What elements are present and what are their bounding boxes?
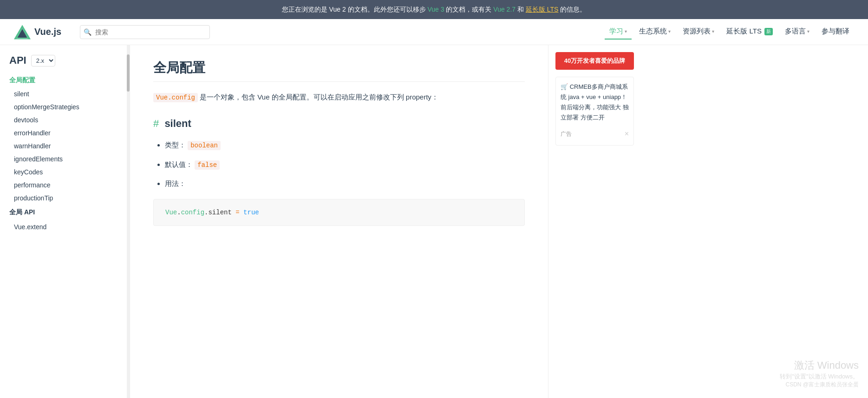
prop-default: 默认值： false [165,159,525,171]
chevron-down-icon: ▾ [625,29,627,34]
logo[interactable]: Vue.js [14,24,61,40]
ad-icon: 🛒 [561,83,568,90]
sidebar-item-production-tip[interactable]: productionTip [0,192,130,205]
right-sidebar: 40万开发者喜爱的品牌 🛒 CRMEB多商户商城系统 java + vue + … [548,45,641,398]
nav-item-language[interactable]: 多语言 ▾ [780,24,814,40]
banner-lts-link[interactable]: 延长版 LTS [526,6,559,13]
header: Vue.js 🔍 学习 ▾ 生态系统 ▾ 资源列表 ▾ 延长版 LTS 新 多语… [0,19,868,45]
sidebar-item-error-handler[interactable]: errorHandler [0,126,130,139]
code-dot1: . [177,209,181,216]
scrollbar-thumb[interactable] [127,54,130,92]
ad-content-text: CRMEB多商户商城系统 java + vue + uniapp！前后端分离，功… [561,83,629,121]
sidebar-item-option-merge[interactable]: optionMergeStrategies [0,100,130,113]
ad-close-button[interactable]: × [625,127,629,140]
search-icon: 🔍 [84,28,91,36]
code-true: true [243,209,259,216]
logo-text: Vue.js [34,27,61,37]
banner-text3: 和 [517,6,524,13]
ad-label: 广告 [561,129,572,139]
config-code: Vue.config [153,93,198,102]
prop-type-value: boolean [188,141,221,150]
intro-text: 是一个对象，包含 Vue 的全局配置。可以在启动应用之前修改下列 propert… [200,93,438,101]
prop-default-value: false [195,160,220,170]
search-input[interactable] [80,25,210,39]
sidebar-section-global-config[interactable]: 全局配置 [0,73,130,87]
prop-list: 类型： boolean 默认值： false 用法： [153,139,525,190]
banner-text1: 您正在浏览的是 Vue 2 的文档。此外您还可以移步 [282,6,426,13]
banner-vue3-link[interactable]: Vue 3 [427,6,444,13]
sidebar-item-performance[interactable]: performance [0,179,130,192]
sidebar-item-ignored-elements[interactable]: ignoredElements [0,153,130,166]
prop-usage-label: 用法： [165,179,186,187]
top-banner: 您正在浏览的是 Vue 2 的文档。此外您还可以移步 Vue 3 的文档，或有关… [0,0,868,19]
prop-default-label: 默认值： [165,160,193,168]
section-silent-title: # silent [153,118,525,130]
banner-text2: 的文档，或有关 [446,6,491,13]
anchor-icon: # [153,118,159,129]
new-badge: 新 [764,28,773,35]
nav-item-translate[interactable]: 参与翻译 [817,24,854,40]
prop-usage: 用法： [165,178,525,190]
intro-paragraph: Vue.config 是一个对象，包含 Vue 的全局配置。可以在启动应用之前修… [153,91,525,104]
api-header: API 2.x 3.x [0,54,130,73]
sidebar-item-silent[interactable]: silent [0,87,130,100]
vue-logo-icon [14,24,31,40]
main-nav: 学习 ▾ 生态系统 ▾ 资源列表 ▾ 延长版 LTS 新 多语言 ▾ 参与翻译 [605,24,854,40]
ad-footer: 广告 × [561,127,629,140]
code-space2 [240,209,243,216]
prop-type: 类型： boolean [165,139,525,152]
page-layout: API 2.x 3.x 全局配置 silent optionMergeStrat… [0,45,868,398]
scrollbar-track [127,45,130,398]
nav-item-resources[interactable]: 资源列表 ▾ [678,24,719,40]
search-bar: 🔍 [80,25,210,39]
sidebar-item-keycodes[interactable]: keyCodes [0,166,130,179]
ad-content: 🛒 CRMEB多商户商城系统 java + vue + uniapp！前后端分离… [555,77,634,146]
chevron-down-icon: ▾ [712,29,714,34]
code-vue: Vue [165,209,177,216]
ad-banner[interactable]: 40万开发者喜爱的品牌 [555,52,634,70]
sidebar-item-warn-handler[interactable]: warnHandler [0,139,130,153]
code-example: Vue.config.silent = true [153,199,525,226]
nav-item-lts[interactable]: 延长版 LTS 新 [722,24,777,40]
code-equals: = [235,209,239,216]
sidebar-item-vue-extend[interactable]: Vue.extend [0,220,130,233]
chevron-down-icon: ▾ [668,29,671,34]
sidebar-item-devtools[interactable]: devtools [0,113,130,126]
section-title-text: silent [164,118,191,129]
api-label: API [9,54,26,66]
chevron-down-icon: ▾ [807,29,809,34]
banner-text4: 的信息。 [560,6,586,13]
banner-vue27-link[interactable]: Vue 2.7 [493,6,516,13]
code-config: config [181,209,204,216]
code-silent: silent [208,209,231,216]
version-select[interactable]: 2.x 3.x [31,55,55,66]
sidebar: API 2.x 3.x 全局配置 silent optionMergeStrat… [0,45,130,398]
page-title: 全局配置 [153,59,525,82]
nav-item-ecosystem[interactable]: 生态系统 ▾ [634,24,675,40]
nav-item-learn[interactable]: 学习 ▾ [605,24,632,40]
main-content: 全局配置 Vue.config 是一个对象，包含 Vue 的全局配置。可以在启动… [130,45,548,398]
sidebar-section-global-api[interactable]: 全局 API [0,205,130,220]
prop-type-label: 类型： [165,141,186,149]
